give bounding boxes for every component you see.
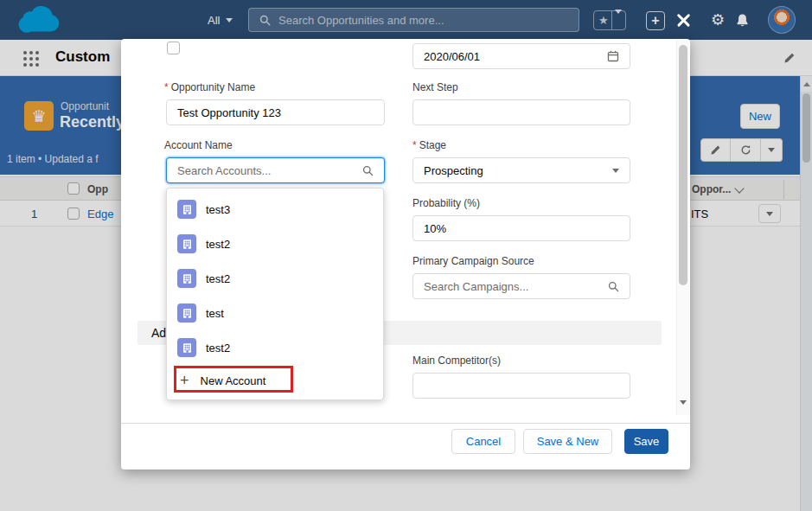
modal-close-button[interactable]	[675, 11, 693, 29]
new-account-option[interactable]: + New Account	[167, 365, 383, 396]
new-account-label: New Account	[201, 374, 266, 387]
account-search-combobox[interactable]: Search Accounts...	[166, 157, 385, 183]
primary-campaign-label: Primary Campaign Source	[412, 255, 534, 267]
account-option-label: test	[206, 307, 224, 320]
close-date-value: 2020/06/01	[424, 50, 480, 63]
account-option-label: test3	[206, 203, 230, 216]
main-competitor-input[interactable]	[412, 373, 630, 399]
account-option[interactable]: test2	[167, 330, 383, 365]
campaign-search-placeholder: Search Campaigns...	[424, 280, 528, 293]
search-icon	[362, 165, 374, 176]
stage-label: Stage	[412, 139, 446, 151]
account-building-icon	[177, 200, 196, 219]
modal-scrollbar[interactable]	[676, 40, 689, 415]
account-lookup-dropdown: test3 test2 test2 test test2 + New Accou…	[166, 188, 384, 400]
probability-value: 10%	[424, 222, 446, 235]
new-opportunity-modal: 2020/06/01 Opportunity Name Test Opportu…	[121, 39, 690, 469]
account-option-label: test2	[206, 238, 230, 251]
account-option-label: test2	[206, 342, 230, 355]
screen: All Search Opportunities and more... ★ +…	[0, 0, 812, 511]
account-option[interactable]: test3	[167, 192, 383, 227]
private-checkbox[interactable]	[167, 42, 180, 54]
opportunity-name-label: Opportunity Name	[164, 81, 255, 93]
account-building-icon	[177, 338, 196, 357]
account-option[interactable]: test	[167, 296, 383, 330]
account-building-icon	[177, 234, 196, 253]
opportunity-name-input[interactable]: Test Opportunity 123	[166, 99, 385, 125]
account-option-label: test2	[206, 272, 230, 285]
modal-footer-divider	[121, 423, 690, 424]
calendar-icon[interactable]	[607, 50, 619, 62]
account-name-label: Account Name	[164, 139, 233, 151]
save-button[interactable]: Save	[624, 429, 668, 454]
campaign-search-input[interactable]: Search Campaigns...	[412, 273, 630, 299]
probability-label: Probability (%)	[412, 197, 480, 209]
stage-value: Prospecting	[424, 164, 483, 177]
plus-icon: +	[180, 373, 189, 388]
probability-input[interactable]: 10%	[412, 215, 630, 241]
chevron-down-icon	[612, 169, 619, 173]
modal-scrollbar-thumb[interactable]	[679, 45, 687, 285]
stage-select[interactable]: Prospecting	[412, 157, 630, 183]
scroll-down-arrow[interactable]	[680, 405, 687, 418]
account-option[interactable]: test2	[167, 261, 383, 296]
save-and-new-button[interactable]: Save & New	[523, 429, 612, 454]
opportunity-name-value: Test Opportunity 123	[177, 106, 281, 119]
account-building-icon	[177, 269, 196, 288]
search-icon	[608, 281, 619, 292]
next-step-label: Next Step	[412, 81, 458, 93]
next-step-input[interactable]	[412, 99, 630, 125]
close-date-input[interactable]: 2020/06/01	[412, 43, 630, 69]
account-option[interactable]: test2	[167, 227, 383, 261]
account-building-icon	[177, 303, 196, 323]
cancel-button[interactable]: Cancel	[451, 429, 515, 454]
account-search-placeholder: Search Accounts...	[177, 164, 271, 177]
main-competitor-label: Main Competitor(s)	[412, 355, 501, 367]
